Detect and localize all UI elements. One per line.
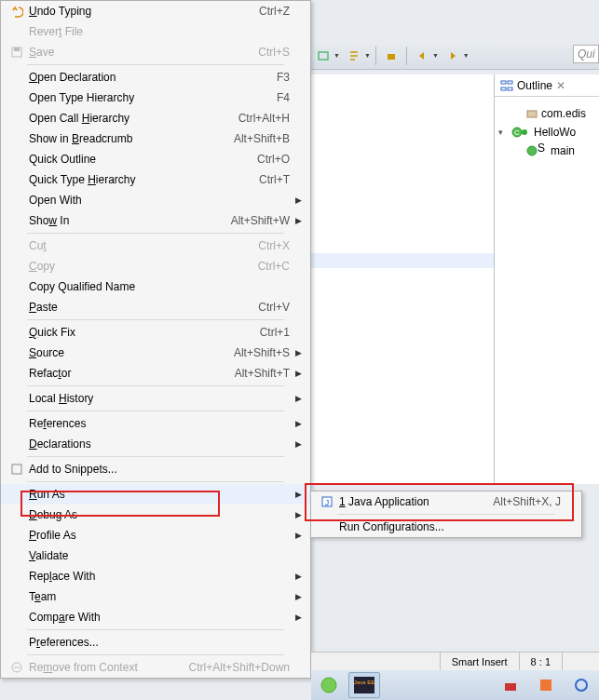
submenu-arrow-icon: ▶ bbox=[295, 439, 305, 449]
dropdown-arrow-icon[interactable]: ▼ bbox=[432, 52, 439, 59]
svg-point-17 bbox=[321, 678, 336, 693]
menu-profile-as[interactable]: Profile As ▶ bbox=[1, 525, 310, 545]
svg-rect-4 bbox=[501, 88, 506, 90]
menu-shortcut: Ctrl+V bbox=[258, 301, 295, 314]
menu-separator bbox=[337, 514, 555, 515]
svg-rect-0 bbox=[319, 52, 328, 60]
svg-point-9 bbox=[522, 129, 527, 135]
submenu-java-application[interactable]: J 1 Java Application Alt+Shift+X, J bbox=[311, 491, 581, 512]
submenu-arrow-icon: ▶ bbox=[295, 348, 305, 357]
run-as-submenu: J 1 Java Application Alt+Shift+X, J Run … bbox=[310, 491, 582, 538]
status-cursor-position[interactable]: 8 : 1 bbox=[519, 653, 562, 670]
menu-separator bbox=[27, 654, 284, 655]
forward-button[interactable] bbox=[442, 46, 464, 66]
menu-quick-fix[interactable]: Quick Fix Ctrl+1 bbox=[1, 322, 310, 343]
menu-team[interactable]: Team ▶ bbox=[1, 586, 310, 607]
menu-declarations[interactable]: Declarations ▶ bbox=[1, 434, 310, 454]
submenu-arrow-icon: ▶ bbox=[295, 572, 305, 581]
outline-icon bbox=[500, 79, 513, 92]
editor-area[interactable] bbox=[311, 74, 494, 484]
taskbar-tray-2[interactable] bbox=[530, 672, 562, 698]
menu-quick-outline[interactable]: Quick Outline Ctrl+O bbox=[1, 149, 310, 169]
submenu-arrow-icon: ▶ bbox=[295, 369, 305, 378]
menu-paste[interactable]: Paste Ctrl+V bbox=[1, 297, 310, 317]
menu-separator bbox=[27, 456, 284, 457]
back-button[interactable] bbox=[411, 46, 433, 66]
tree-row-class[interactable]: ▾ C HelloWo bbox=[498, 123, 595, 141]
submenu-arrow-icon: ▶ bbox=[295, 419, 305, 428]
menu-compare-with[interactable]: Compare With ▶ bbox=[1, 607, 310, 627]
menu-revert-file: Revert File bbox=[1, 21, 310, 42]
editor-current-line bbox=[311, 253, 494, 268]
menu-add-to-snippets[interactable]: Add to Snippets... bbox=[1, 459, 310, 479]
menu-quick-type-hierarchy[interactable]: Quick Type Hierarchy Ctrl+T bbox=[1, 169, 310, 190]
menu-shortcut: Alt+Shift+S bbox=[234, 346, 295, 359]
toolbar-button-indent[interactable] bbox=[343, 46, 365, 66]
taskbar-app-eclipse[interactable]: Java EE bbox=[348, 672, 380, 698]
tree-collapse-icon[interactable]: ▾ bbox=[498, 128, 510, 137]
status-smart-insert[interactable]: Smart Insert bbox=[440, 653, 519, 670]
taskbar-tray-3[interactable] bbox=[565, 672, 597, 698]
svg-rect-1 bbox=[388, 54, 395, 60]
toolbar-button-nav[interactable] bbox=[312, 46, 334, 66]
menu-shortcut: Ctrl+O bbox=[257, 153, 295, 166]
tree-row-package[interactable]: com.edis bbox=[498, 104, 595, 123]
tree-row-method[interactable]: S main bbox=[498, 141, 595, 160]
windows-taskbar: Java EE bbox=[311, 670, 599, 700]
menu-references[interactable]: References ▶ bbox=[1, 413, 310, 434]
outline-tab-label: Outline bbox=[517, 79, 552, 92]
menu-replace-with[interactable]: Replace With ▶ bbox=[1, 566, 310, 586]
menu-validate[interactable]: Validate bbox=[1, 545, 310, 566]
menu-undo-typing[interactable]: Undo Typing Ctrl+Z bbox=[1, 1, 310, 21]
taskbar-app-2[interactable] bbox=[384, 672, 415, 698]
menu-save: Save Ctrl+S bbox=[1, 42, 310, 62]
close-icon[interactable]: ✕ bbox=[556, 79, 565, 92]
submenu-run-configurations[interactable]: Run Configurations... bbox=[311, 517, 581, 537]
editor-context-menu: Undo Typing Ctrl+Z Revert File Save Ctrl… bbox=[0, 0, 311, 679]
dropdown-arrow-icon[interactable]: ▼ bbox=[334, 52, 340, 59]
outline-tree: com.edis ▾ C HelloWo S main bbox=[495, 97, 599, 168]
menu-cut: Cut Ctrl+X bbox=[1, 236, 310, 256]
menu-separator bbox=[27, 385, 284, 386]
menu-shortcut: Ctrl+X bbox=[258, 239, 295, 252]
menu-local-history[interactable]: Local History ▶ bbox=[1, 388, 310, 409]
menu-shortcut: Alt+Shift+B bbox=[234, 132, 295, 145]
dropdown-arrow-icon[interactable]: ▼ bbox=[364, 52, 371, 59]
menu-label: Open With bbox=[27, 194, 290, 207]
svg-rect-12 bbox=[14, 47, 20, 51]
submenu-arrow-icon: ▶ bbox=[295, 510, 305, 519]
menu-shortcut: Ctrl+C bbox=[258, 260, 295, 273]
snippets-icon bbox=[7, 463, 27, 476]
submenu-arrow-icon: ▶ bbox=[295, 531, 305, 540]
submenu-label: Run Configurations... bbox=[337, 520, 561, 533]
menu-show-in-breadcrumb[interactable]: Show in Breadcrumb Alt+Shift+B bbox=[1, 128, 310, 149]
menu-copy-qualified-name[interactable]: Copy Qualified Name bbox=[1, 276, 310, 297]
menu-separator bbox=[27, 64, 284, 65]
svg-point-22 bbox=[576, 680, 587, 691]
menu-open-with[interactable]: Open With ▶ bbox=[1, 190, 310, 210]
menu-show-in[interactable]: Show In Alt+Shift+W▶ bbox=[1, 210, 310, 231]
menu-debug-as[interactable]: Debug As ▶ bbox=[1, 505, 310, 525]
submenu-arrow-icon: ▶ bbox=[295, 490, 305, 499]
menu-shortcut: Ctrl+T bbox=[259, 173, 295, 186]
toolbar-button-build[interactable] bbox=[380, 46, 402, 66]
taskbar-app-1[interactable] bbox=[313, 672, 345, 698]
menu-open-call-hierarchy[interactable]: Open Call Hierarchy Ctrl+Alt+H bbox=[1, 108, 310, 128]
dropdown-arrow-icon[interactable]: ▼ bbox=[463, 52, 470, 59]
submenu-arrow-icon: ▶ bbox=[295, 612, 305, 622]
quick-access-input[interactable]: Qui bbox=[573, 45, 599, 63]
submenu-shortcut: Alt+Shift+X, J bbox=[493, 495, 566, 508]
menu-preferences[interactable]: Preferences... bbox=[1, 632, 310, 653]
menu-shortcut: Ctrl+S bbox=[258, 46, 295, 59]
menu-refactor[interactable]: Refactor Alt+Shift+T▶ bbox=[1, 363, 310, 384]
menu-separator bbox=[27, 319, 284, 320]
menu-separator bbox=[27, 481, 284, 482]
menu-shortcut: Ctrl+1 bbox=[260, 326, 295, 339]
menu-open-type-hierarchy[interactable]: Open Type Hierarchy F4 bbox=[1, 88, 310, 108]
menu-shortcut: F3 bbox=[277, 71, 295, 84]
menu-open-declaration[interactable]: Open Declaration F3 bbox=[1, 67, 310, 88]
menu-run-as[interactable]: Run As ▶ bbox=[1, 484, 310, 505]
outline-tab[interactable]: Outline ✕ bbox=[495, 74, 599, 97]
taskbar-tray-1[interactable] bbox=[495, 672, 526, 698]
menu-source[interactable]: Source Alt+Shift+S▶ bbox=[1, 343, 310, 363]
